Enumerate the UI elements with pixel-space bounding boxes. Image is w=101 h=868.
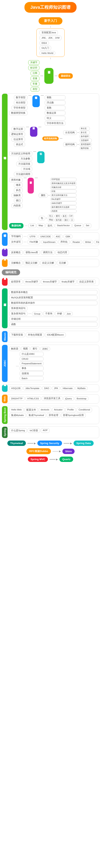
conn7 [59, 138, 62, 139]
spring-aop: AOP [41, 428, 50, 433]
abstract: 抽象类 [11, 193, 23, 198]
arrow-line4 [50, 459, 55, 460]
simple-query: 简单查询语句 [9, 306, 27, 311]
annot-predef: 预定义注解 [23, 261, 40, 265]
arrow-line3 [52, 451, 58, 452]
jdbc-block: JDBC 触发器 视图 索引 JDBC 什么是JDBC CRUD Prepare… [2, 345, 99, 382]
pkg-poly: 多态 [61, 214, 68, 218]
jdbc-trans: 事务 [20, 366, 44, 371]
web-row1: DNS/HTTP HTML/CSS 浏览器开发工具 jQuery Bootstr… [9, 396, 97, 401]
annot-meta: 元注解 [57, 261, 68, 265]
integer: 整数 [45, 95, 66, 100]
maven-content: 下载和安装 本地仓库配置 IDEA配置Maven [7, 331, 99, 342]
escape: 转义 [45, 116, 66, 120]
conn8 [77, 132, 79, 133]
sb-actuator: Actuator [52, 408, 65, 412]
intro-items: 安装配置Java JRE、JDK、JVM IDEA Git入门 Hello Wo… [36, 29, 65, 57]
arrow-row1: ▶ [27, 442, 36, 445]
strmethod: 字符串常用方法 [45, 121, 66, 126]
keyword-tag: 关键字 [28, 60, 40, 65]
inner-class2: 内部类 [50, 209, 77, 213]
encap: 封装 [50, 190, 77, 193]
sb-mybatis: 集成Mybatis [9, 413, 26, 417]
until-loop: 直到型循环 [79, 143, 92, 146]
oop-concept: OOP思想 [50, 178, 77, 181]
conn3 [28, 95, 31, 96]
jdbc-crud: CRUD [20, 357, 44, 361]
arrow-row4: ▶ [50, 458, 58, 461]
db-function: 函数 [9, 322, 97, 327]
ds-set: Set [84, 223, 91, 228]
encoding-row: 字符编码 UTF8 UNICODE ASC GBK [9, 234, 99, 239]
arrow-line2 [64, 443, 70, 443]
reflection-content: 反射概念 获取class类 调用方法 动态代理 [7, 249, 99, 256]
reflection-block: 反射 反射概念 获取class类 调用方法 动态代理 [2, 248, 99, 256]
datatype-right: 整数 浮点数 复数 数值运算 转义 字符串常用方法 [45, 95, 66, 126]
annotation-main-label: 注解 [2, 259, 7, 267]
pkg-override: 重写 [55, 214, 61, 218]
springboot-block: Spring Boot Hello Web 配置文件 devtools Actu… [2, 406, 99, 424]
logic-op: 逻辑运算符 [9, 132, 25, 136]
connector-v1 [50, 26, 51, 28]
throw-kw: throw关键字 [23, 279, 40, 284]
codingspec-row: 编码规范 [2, 269, 99, 275]
conn10 [33, 151, 36, 152]
maven-row1: 下载和安装 本地仓库配置 IDEA配置Maven [9, 333, 97, 337]
rpc-shiro-row: RPC框架Dubbo ▶ Shiro [2, 448, 99, 454]
jdbc-items: 什么是JDBC CRUD PreparedStatement 事务 连接池 Ba… [20, 352, 44, 380]
file-ops-content: 字符编码 UTF8 UNICODE ASC GBK 文件读写 File对象 In… [7, 232, 99, 246]
shiro-badge: Shiro [62, 449, 75, 454]
jdbc-ps: PreparedStatement [20, 362, 44, 366]
conn19 [16, 366, 19, 367]
stored-proc: 存储过程 [9, 317, 97, 321]
ds-list: List [28, 223, 36, 228]
pkg-import: 导入 [48, 214, 54, 218]
conn16 [24, 236, 27, 237]
pkg-label: 包 [39, 216, 45, 220]
loop-items: 当型循环 直到型循环 顺序控制 [79, 139, 92, 150]
jdbctemplate: JdbcTemplate [23, 386, 41, 390]
sb-deploy: 部署Springboot应用 [61, 413, 86, 417]
pkg-iface: 接口 [63, 218, 70, 222]
const-tag: 常量 [31, 82, 40, 86]
conn14 [46, 218, 47, 218]
annot-custom: 自定义注解 [40, 261, 56, 265]
flow-control-row: 程序流程控制 分支结构 单分支 多分支 条件循环 [42, 127, 92, 150]
ds-stack: Stack/Vector [55, 223, 72, 228]
web-basics-content: DNS/HTTP HTML/CSS 浏览器开发工具 jQuery Bootstr… [7, 395, 99, 403]
arrow-head3: ▶ [59, 450, 61, 453]
unicode: UNICODE [39, 235, 53, 239]
float: 浮点数 [45, 100, 66, 105]
var-tag: 变量 [31, 76, 40, 81]
spring-data-badge: Spring Data [74, 440, 94, 446]
browser-devtools: 浏览器开发工具 [42, 396, 62, 401]
jdbc-batch: Batch [20, 376, 44, 380]
finally-kw: finally关键字 [60, 279, 77, 284]
loop-struct: 循环结构 [63, 142, 77, 147]
database-label: 数据库开发 [2, 288, 7, 328]
db-concept: 数据库基本概念 [9, 290, 97, 294]
h-conn2 [54, 76, 57, 76]
pkg-list: List [68, 214, 74, 218]
arrow-line1 [27, 443, 33, 443]
h-conn1 [40, 76, 43, 76]
basic-syntax-badge: 基础语法 [58, 73, 73, 79]
package-row: 包 导入 重写 多态 List Map 迭代器 接口 口 [39, 214, 80, 222]
inputstream: InputStream [41, 240, 58, 244]
page-container: Java工程师知识图谱 新手入门 安装配置Java JRE、JDK、JVM ID… [0, 0, 101, 471]
attr-items: OOP思想 类和对象的定义及文件使用 对象的分析 封装 类方法和对象方法 thi… [50, 178, 77, 213]
simple-query-row: 简单查询语句 [9, 306, 97, 311]
ds-items: List Map 迭代 Stack/Vector Queue Set [28, 223, 91, 228]
basics-main-block: 基础知识 数字类型 布尔类型 字符串类型 数据类型转换 数据类型 整数 [2, 93, 99, 230]
arrow-head4: ▶ [56, 458, 58, 461]
jdbc-content: 触发器 视图 索引 JDBC 什么是JDBC CRUD PreparedStat… [7, 345, 99, 382]
env-label: 环境准备 [44, 68, 53, 84]
main-title: Java工程师知识图谱 [24, 2, 77, 13]
multi-branch: 多分支 [79, 131, 90, 134]
intro-item-4: Git入门 [40, 46, 51, 50]
single-branch: 单分支 [79, 127, 90, 130]
attr-label: 属性 [39, 193, 48, 198]
springboot-label: Spring Boot [2, 406, 7, 424]
maven-block: Maven 下载和安装 本地仓库配置 IDEA配置Maven [2, 331, 99, 342]
interface: 接口 [14, 198, 23, 203]
